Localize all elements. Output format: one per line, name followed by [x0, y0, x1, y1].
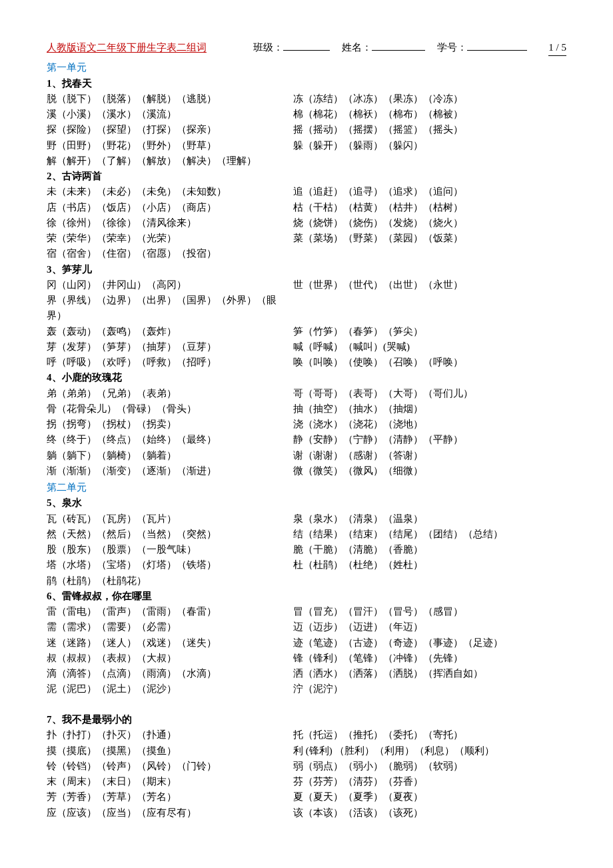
- vocab-left: 摸（摸底）（摸黑）（摸鱼）: [47, 743, 293, 759]
- vocab-row: 溪（小溪）（溪水）（溪流）棉（棉花）（棉袄）（棉布）（棉被）: [47, 107, 566, 122]
- vocab-row: 滴（滴答）（点滴）（雨滴）（水滴）洒（洒水）（洒落）（洒脱）（挥洒自如）: [47, 666, 566, 681]
- document-header: 人教版语文二年级下册生字表二组词 班级： 姓名： 学号： 1 / 5: [47, 40, 566, 56]
- vocab-right: [293, 246, 566, 261]
- vocab-row: 迷（迷路）（迷人）（戏迷）（迷失）迹（笔迹）（古迹）（奇迹）（事迹）（足迹）: [47, 635, 566, 651]
- lesson-title: 5、泉水: [47, 495, 566, 511]
- vocab-right: 迹（笔迹）（古迹）（奇迹）（事迹）（足迹）: [293, 635, 566, 651]
- vocab-left: 铃（铃铛）（铃声）（风铃）（门铃）: [47, 759, 293, 774]
- vocab-row: 芽（发芽）（笋芽）（抽芽）（豆芽）喊（呼喊）（喊叫）(哭喊): [47, 339, 566, 355]
- vocab-right: [293, 293, 566, 324]
- unit-title: 第一单元: [47, 60, 566, 75]
- vocab-right: 芬（芬芳）（清芬）（芬香）: [293, 774, 566, 789]
- vocab-right: 静（安静）（宁静）（清静）（平静）: [293, 432, 566, 447]
- vocab-row: 塔（水塔）（宝塔）（灯塔）（铁塔）杜（杜鹃）（杜绝）（姓杜）: [47, 557, 566, 573]
- vocab-left: 脱（脱下）（脱落）（解脱）（逃脱）: [47, 91, 293, 107]
- vocab-right: 笋（竹笋）（春笋）（笋尖）: [293, 324, 566, 339]
- vocab-row: 解（解开）（了解）（解放）（解决）（理解）: [47, 153, 566, 169]
- vocab-row: 野（田野）（野花）（野外）（野草）躲（躲开）（躲雨）（躲闪）: [47, 138, 566, 153]
- document-body: 第一单元1、找春天脱（脱下）（脱落）（解脱）（逃脱）冻（冻结）（冰冻）（果冻）（…: [47, 60, 566, 821]
- vocab-left: 冈（山冈）（井冈山）（高冈）: [47, 277, 293, 293]
- vocab-left: 徐（徐州）（徐徐）（清风徐来）: [47, 215, 293, 231]
- vocab-row: 脱（脱下）（脱落）（解脱）（逃脱）冻（冻结）（冰冻）（果冻）（冷冻）: [47, 91, 566, 107]
- vocab-row: 冈（山冈）（井冈山）（高冈）世（世界）（世代）（出世）（永世）: [47, 277, 566, 293]
- vocab-left: 泥（泥巴）（泥土）（泥沙）: [47, 681, 293, 697]
- vocab-right: 喊（呼喊）（喊叫）(哭喊): [293, 339, 566, 355]
- vocab-right: [293, 573, 566, 589]
- vocab-right: 摇（摇动）（摇摆）（摇篮）（摇头）: [293, 122, 566, 137]
- vocab-right: 烧（烧饼）（烧伤）（发烧）（烧火）: [293, 215, 566, 231]
- vocab-right: 弱（弱点）（弱小）（脆弱）（软弱）: [293, 759, 566, 774]
- vocab-left: 轰（轰动）（轰鸣）（轰炸）: [47, 324, 293, 339]
- page-sep: /: [554, 42, 562, 53]
- vocab-left: 迷（迷路）（迷人）（戏迷）（迷失）: [47, 635, 293, 651]
- vocab-left: 雷（雷电）（雷声）（雷雨）（春雷）: [47, 604, 293, 619]
- lesson-title: 7、我不是最弱小的: [47, 712, 566, 727]
- vocab-row: 渐（渐渐）（渐变）（逐渐）（渐进）微（微笑）（微风）（细微）: [47, 463, 566, 479]
- vocab-row: 轰（轰动）（轰鸣）（轰炸）笋（竹笋）（春笋）（笋尖）: [47, 324, 566, 339]
- vocab-right: 结（结果）（结束）（结尾）（团结）（总结）: [293, 527, 566, 542]
- vocab-left: 拐（拐弯）（拐杖）（拐卖）: [47, 417, 293, 432]
- vocab-left: 终（终于）（终点）（始终）（最终）: [47, 432, 293, 447]
- vocab-row: 骨（花骨朵儿）（骨碌）（骨头）抽（抽空）（抽水）（抽烟）: [47, 401, 566, 417]
- vocab-right: 脆（干脆）（清脆）（香脆）: [293, 542, 566, 557]
- vocab-row: 应（应该）（应当）（应有尽有）该（本该）（活该）（该死）: [47, 805, 566, 821]
- page-current: 1: [548, 42, 554, 53]
- vocab-row: 鹃（杜鹃）（杜鹃花）: [47, 573, 566, 589]
- vocab-right: 冒（冒充）（冒汗）（冒号）（感冒）: [293, 604, 566, 619]
- vocab-right: 世（世界）（世代）（出世）（永世）: [293, 277, 566, 293]
- vocab-left: 需（需求）（需要）（必需）: [47, 619, 293, 635]
- vocab-left: 叔（叔叔）（表叔）（大叔）: [47, 651, 293, 666]
- vocab-left: 渐（渐渐）（渐变）（逐渐）（渐进）: [47, 463, 293, 479]
- vocab-row: 摸（摸底）（摸黑）（摸鱼）利 (锋利) （胜利）（利用）（利息）（顺利）: [47, 743, 566, 759]
- vocab-right: 追（追赶）（追寻）（追求）（追问）: [293, 184, 566, 199]
- vocab-row: 荣（荣华）（荣幸）（光荣）菜（菜场）（野菜）（菜园）（饭菜）: [47, 231, 566, 246]
- vocab-left: 芽（发芽）（笋芽）（抽芽）（豆芽）: [47, 339, 293, 355]
- vocab-row: 股（股东）（股票）（一股气味）脆（干脆）（清脆）（香脆）: [47, 542, 566, 557]
- vocab-row: 弟（弟弟）（兄弟）（表弟）哥（哥哥）（表哥）（大哥）（哥们儿）: [47, 386, 566, 401]
- vocab-right: 该（本该）（活该）（该死）: [293, 805, 566, 821]
- vocab-left: 股（股东）（股票）（一股气味）: [47, 542, 293, 557]
- vocab-left: 扑（扑打）（扑灭）（扑通）: [47, 727, 293, 743]
- vocab-right: 枯（干枯）（枯黄）（枯井）（枯树）: [293, 200, 566, 215]
- vocab-row: 躺（躺下）（躺椅）（躺着）谢（谢谢）（感谢）（答谢）: [47, 448, 566, 463]
- vocab-row: 扑（扑打）（扑灭）（扑通）托（托运）（推托）（委托）（寄托）: [47, 727, 566, 743]
- vocab-left: 店（书店）（饭店）（小店）（商店）: [47, 200, 293, 215]
- vocab-right: 杜（杜鹃）（杜绝）（姓杜）: [293, 557, 566, 573]
- vocab-left: 溪（小溪）（溪水）（溪流）: [47, 107, 293, 122]
- vocab-left: 芳（芳香）（芳草）（芳名）: [47, 789, 293, 805]
- vocab-left: 末（周末）（末日）（期末）: [47, 774, 293, 789]
- vocab-left: 宿（宿舍）（住宿）（宿愿）（投宿）: [47, 246, 293, 261]
- vocab-right: 泞（泥泞）: [293, 681, 566, 697]
- document-title: 人教版语文二年级下册生字表二组词: [47, 40, 207, 55]
- class-field[interactable]: [283, 50, 330, 51]
- id-field[interactable]: [467, 50, 527, 51]
- vocab-left: 呼（呼吸）（欢呼）（呼救）（招呼）: [47, 355, 293, 370]
- vocab-left: 解（解开）（了解）（解放）（解决）（理解）: [47, 153, 293, 169]
- unit-title: 第二单元: [47, 480, 566, 495]
- vocab-right: 利 (锋利) （胜利）（利用）（利息）（顺利）: [293, 743, 566, 759]
- vocab-right: 浇（浇水）（浇花）（浇地）: [293, 417, 566, 432]
- vocab-right: 锋（锋利）（笔锋）（冲锋）（先锋）: [293, 651, 566, 666]
- vocab-row: 铃（铃铛）（铃声）（风铃）（门铃）弱（弱点）（弱小）（脆弱）（软弱）: [47, 759, 566, 774]
- vocab-right: 泉（泉水）（清泉）（温泉）: [293, 511, 566, 527]
- vocab-left: 界（界线）（边界）（出界）（国界）（外界）（眼界）: [47, 293, 293, 324]
- vocab-right: [293, 153, 566, 169]
- vocab-row: 终（终于）（终点）（始终）（最终）静（安静）（宁静）（清静）（平静）: [47, 432, 566, 447]
- vocab-right: 谢（谢谢）（感谢）（答谢）: [293, 448, 566, 463]
- vocab-right: 唤（叫唤）（使唤）（召唤）（呼唤）: [293, 355, 566, 370]
- vocab-left: 瓦（砖瓦）（瓦房）（瓦片）: [47, 511, 293, 527]
- vocab-row: 叔（叔叔）（表叔）（大叔）锋（锋利）（笔锋）（冲锋）（先锋）: [47, 651, 566, 666]
- id-label: 学号：: [437, 40, 467, 55]
- vocab-left: 鹃（杜鹃）（杜鹃花）: [47, 573, 293, 589]
- vocab-row: 芳（芳香）（芳草）（芳名）夏（夏天）（夏季）（夏夜）: [47, 789, 566, 805]
- vocab-row: 然（天然）（然后）（当然）（突然）结（结果）（结束）（结尾）（团结）（总结）: [47, 527, 566, 542]
- vocab-row: 呼（呼吸）（欢呼）（呼救）（招呼）唤（叫唤）（使唤）（召唤）（呼唤）: [47, 355, 566, 370]
- name-field[interactable]: [372, 50, 425, 51]
- vocab-row: 拐（拐弯）（拐杖）（拐卖）浇（浇水）（浇花）（浇地）: [47, 417, 566, 432]
- vocab-left: 骨（花骨朵儿）（骨碌）（骨头）: [47, 401, 293, 417]
- vocab-right: 躲（躲开）（躲雨）（躲闪）: [293, 138, 566, 153]
- vocab-right: 棉（棉花）（棉袄）（棉布）（棉被）: [293, 107, 566, 122]
- vocab-left: 躺（躺下）（躺椅）（躺着）: [47, 448, 293, 463]
- lesson-title: 3、笋芽儿: [47, 262, 566, 277]
- vocab-left: 弟（弟弟）（兄弟）（表弟）: [47, 386, 293, 401]
